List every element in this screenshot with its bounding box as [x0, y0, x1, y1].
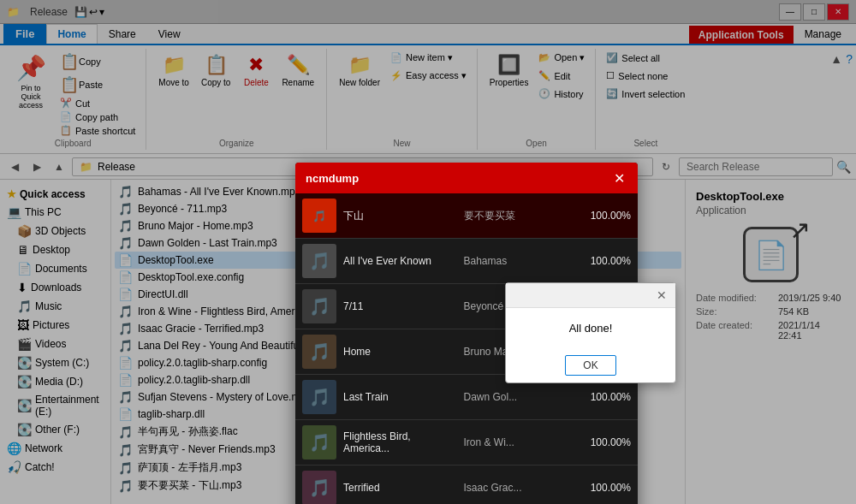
song-percent: 100.00%: [584, 436, 631, 448]
alert-ok-button[interactable]: OK: [565, 355, 615, 376]
alert-body: All done!: [506, 308, 675, 348]
song-percent: 100.00%: [584, 210, 631, 222]
alert-header: ✕: [506, 283, 675, 308]
song-title: All I've Ever Known: [343, 255, 457, 267]
song-thumb: 🎵: [302, 425, 336, 460]
modal-overlay: ncmdump ✕ 🎵 下山 要不要买菜 100.00% 🎵 All I've …: [0, 0, 856, 504]
song-thumb: 🎵: [302, 471, 336, 504]
song-title: Terrified: [343, 482, 457, 494]
alert-message: All done!: [569, 322, 613, 335]
song-artist: Isaac Grac...: [464, 482, 578, 494]
song-thumb: 🎵: [302, 380, 336, 414]
song-title: Last Train: [343, 391, 457, 403]
alert-close-button[interactable]: ✕: [657, 288, 667, 302]
modal-row[interactable]: 🎵 Flightless Bird, America... Iron & Wi.…: [295, 420, 638, 465]
song-artist: Dawn Gol...: [464, 391, 578, 403]
song-artist: 要不要买菜: [464, 209, 578, 223]
song-title: Home: [343, 346, 457, 358]
song-title: 下山: [343, 209, 457, 223]
song-thumb: 🎵: [302, 244, 336, 278]
song-artist: Iron & Wi...: [464, 436, 578, 448]
modal-row[interactable]: 🎵 Terrified Isaac Grac... 100.00%: [295, 465, 638, 504]
modal-row[interactable]: 🎵 下山 要不要买菜 100.00%: [295, 193, 638, 239]
song-thumb: 🎵: [302, 199, 336, 233]
song-title: Flightless Bird, America...: [343, 430, 457, 454]
song-title: 7/11: [343, 300, 457, 312]
modal-close-button[interactable]: ✕: [610, 169, 627, 187]
song-thumb: 🎵: [302, 335, 336, 369]
alert-footer: OK: [506, 348, 675, 382]
alert-dialog: ✕ All done! OK: [505, 282, 676, 383]
song-percent: 100.00%: [584, 255, 631, 267]
modal-title: ncmdump: [306, 172, 359, 185]
song-percent: 100.00%: [584, 482, 631, 494]
song-artist: Bahamas: [464, 255, 578, 267]
modal-row[interactable]: 🎵 All I've Ever Known Bahamas 100.00%: [295, 239, 638, 284]
song-percent: 100.00%: [584, 391, 631, 403]
modal-header: ncmdump ✕: [295, 163, 638, 193]
song-thumb: 🎵: [302, 289, 336, 323]
